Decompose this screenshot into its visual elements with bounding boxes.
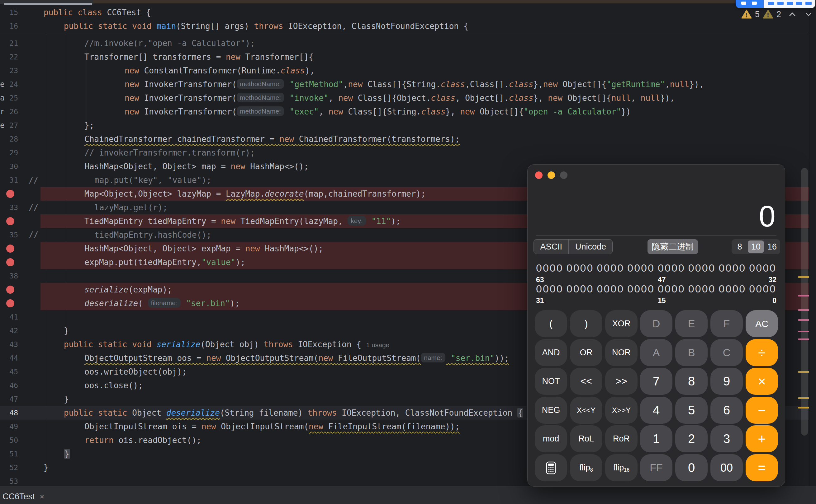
code-text[interactable]: // invokerTransformer.transform(r); bbox=[84, 146, 255, 160]
code-line-26[interactable]: 26new InvokerTransformer(methodName: "ex… bbox=[0, 105, 809, 119]
code-text[interactable]: }; bbox=[84, 119, 94, 132]
code-text[interactable]: public static Object deserialize(String … bbox=[64, 406, 523, 420]
code-text[interactable]: HashMap<Object, Object> expMap = new Has… bbox=[84, 242, 323, 255]
stripe-info-mark[interactable] bbox=[798, 295, 809, 296]
stripe-warning-mark[interactable] bbox=[798, 371, 809, 373]
ascii-toggle[interactable]: ASCII bbox=[534, 242, 568, 252]
stripe-info-mark[interactable] bbox=[798, 331, 809, 332]
breakpoint-icon[interactable] bbox=[6, 190, 14, 198]
code-text[interactable]: ObjectInputStream ois = new ObjectInputS… bbox=[84, 420, 460, 433]
radix-octal[interactable]: 8 bbox=[732, 239, 748, 254]
breakpoint-icon[interactable] bbox=[6, 258, 14, 266]
close-icon[interactable]: × bbox=[40, 492, 45, 501]
stripe-warning-mark[interactable] bbox=[798, 276, 809, 278]
radix-decimal[interactable]: 10 bbox=[748, 239, 764, 254]
key-)[interactable]: ) bbox=[570, 310, 602, 337]
key-AND[interactable]: AND bbox=[535, 339, 567, 366]
key-<<[interactable]: << bbox=[570, 368, 602, 395]
code-text[interactable]: tiedMapEntry.hashCode(); bbox=[94, 228, 212, 242]
inspections-widget[interactable]: 5 2 bbox=[741, 8, 814, 21]
stripe-warning-mark[interactable] bbox=[798, 397, 809, 399]
code-text[interactable]: Transformer[] transformers = new Transfo… bbox=[84, 50, 314, 64]
code-text[interactable]: new ConstantTransformer(Runtime.class), bbox=[124, 64, 315, 77]
key-flip8[interactable]: flip8 bbox=[570, 454, 602, 481]
key-calculator-icon[interactable] bbox=[535, 454, 567, 481]
code-text[interactable]: TiedMapEntry tiedMapEntry = new TiedMapE… bbox=[84, 214, 401, 228]
radix-segmented-control[interactable]: 8 10 16 bbox=[732, 239, 780, 254]
key-5[interactable]: 5 bbox=[675, 397, 708, 424]
breakpoint-icon[interactable] bbox=[6, 286, 14, 294]
key-÷[interactable]: ÷ bbox=[746, 339, 778, 366]
key-A[interactable]: A bbox=[640, 339, 673, 366]
key-flip16[interactable]: flip16 bbox=[605, 454, 638, 481]
key-9[interactable]: 9 bbox=[711, 368, 743, 395]
code-text[interactable]: public static void main(String[] args) t… bbox=[64, 19, 468, 33]
key-−[interactable]: − bbox=[746, 397, 778, 424]
code-text[interactable]: ObjectOutputStream oos = new ObjectOutpu… bbox=[84, 351, 509, 365]
key-NOT[interactable]: NOT bbox=[535, 368, 567, 395]
chevron-down-icon[interactable] bbox=[803, 10, 814, 19]
code-text[interactable]: HashMap<Object, Object> map = new HashMa… bbox=[84, 160, 309, 173]
key-AC[interactable]: AC bbox=[746, 310, 778, 337]
key-([interactable]: ( bbox=[535, 310, 567, 337]
traffic-zoom-button[interactable] bbox=[560, 171, 567, 179]
code-line-25[interactable]: 25new InvokerTransformer(methodName: "in… bbox=[0, 91, 809, 105]
code-text[interactable]: new InvokerTransformer(methodName: "exec… bbox=[124, 105, 631, 119]
key-6[interactable]: 6 bbox=[711, 397, 743, 424]
stripe-info-mark[interactable] bbox=[798, 319, 809, 321]
code-text[interactable]: oos.writeObject(obj); bbox=[84, 365, 187, 379]
code-text[interactable]: serialize(expMap); bbox=[84, 283, 172, 296]
code-line-16[interactable]: 16public static void main(String[] args)… bbox=[0, 19, 809, 33]
key-NOR[interactable]: NOR bbox=[605, 339, 638, 366]
code-text[interactable]: ChainedTransformer chainedTransformer = … bbox=[84, 132, 460, 146]
key-X<<Y[interactable]: X<<Y bbox=[570, 397, 602, 424]
key-×[interactable]: × bbox=[746, 368, 778, 395]
code-line-28[interactable]: 28ChainedTransformer chainedTransformer … bbox=[0, 132, 809, 146]
code-text[interactable]: oos.close(); bbox=[84, 379, 143, 392]
key-=[interactable]: = bbox=[746, 454, 778, 481]
stripe-info-mark[interactable] bbox=[798, 338, 809, 340]
code-text[interactable]: public class CC6Test { bbox=[44, 6, 151, 19]
code-line-15[interactable]: 15public class CC6Test { bbox=[0, 6, 809, 19]
stripe-info-mark[interactable] bbox=[798, 309, 809, 311]
code-text[interactable]: new InvokerTransformer(methodName: "invo… bbox=[124, 91, 675, 105]
code-text[interactable]: return ois.readObject(); bbox=[84, 433, 201, 447]
key-D[interactable]: D bbox=[640, 310, 673, 337]
code-text[interactable]: } bbox=[64, 392, 69, 406]
key-+[interactable]: + bbox=[746, 425, 778, 452]
code-text[interactable]: map.put("key", "value"); bbox=[94, 173, 212, 187]
key-RoR[interactable]: RoR bbox=[605, 425, 638, 452]
breakpoint-icon[interactable] bbox=[6, 299, 14, 307]
code-text[interactable]: deserialize( filename: "ser.bin"); bbox=[84, 296, 240, 310]
key-OR[interactable]: OR bbox=[570, 339, 602, 366]
horizontal-scrollbar-thumb[interactable] bbox=[4, 3, 92, 5]
code-text[interactable]: } bbox=[64, 447, 70, 461]
key-XOR[interactable]: XOR bbox=[605, 310, 638, 337]
key-1[interactable]: 1 bbox=[640, 425, 673, 452]
traffic-close-button[interactable] bbox=[535, 171, 542, 179]
code-text[interactable]: } bbox=[64, 324, 69, 338]
key-2[interactable]: 2 bbox=[675, 425, 708, 452]
key-RoL[interactable]: RoL bbox=[570, 425, 602, 452]
key-X>>Y[interactable]: X>>Y bbox=[605, 397, 638, 424]
traffic-minimize-button[interactable] bbox=[547, 171, 555, 179]
hide-binary-button[interactable]: 隐藏二进制 bbox=[648, 239, 698, 254]
code-text[interactable]: expMap.put(tiedMapEntry,"value"); bbox=[84, 255, 246, 269]
chevron-up-icon[interactable] bbox=[787, 10, 798, 19]
key-C[interactable]: C bbox=[711, 339, 743, 366]
key-E[interactable]: E bbox=[675, 310, 708, 337]
unicode-toggle[interactable]: Unicode bbox=[569, 242, 612, 252]
bottom-tab-cc6test[interactable]: CC6Test × bbox=[2, 492, 44, 502]
encoding-segmented-control[interactable]: ASCII Unicode bbox=[533, 239, 613, 254]
key-FF[interactable]: FF bbox=[640, 454, 673, 481]
key-4[interactable]: 4 bbox=[640, 397, 673, 424]
key-F[interactable]: F bbox=[711, 310, 743, 337]
key-7[interactable]: 7 bbox=[640, 368, 673, 395]
code-line-22[interactable]: 22Transformer[] transformers = new Trans… bbox=[0, 50, 809, 64]
key-NEG[interactable]: NEG bbox=[535, 397, 567, 424]
code-text[interactable]: public static void serialize(Object obj)… bbox=[64, 338, 389, 352]
code-text[interactable]: //m.invoke(r,"open -a Calculator"); bbox=[84, 36, 255, 50]
key-0[interactable]: 0 bbox=[675, 454, 708, 481]
code-text[interactable]: lazyMap.get(r); bbox=[94, 201, 167, 214]
warning-count[interactable]: 5 bbox=[755, 10, 760, 19]
